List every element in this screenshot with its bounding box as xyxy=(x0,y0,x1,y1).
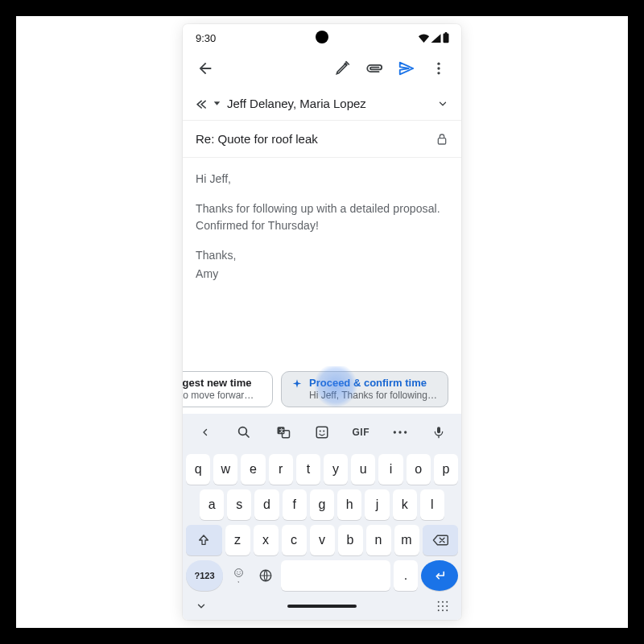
svg-point-4 xyxy=(437,72,440,74)
recipient-names: Jeff Delaney, Maria Lopez xyxy=(227,97,431,110)
svg-point-2 xyxy=(437,63,440,65)
key-row-2: a s d f g h j k l xyxy=(186,489,458,520)
send-button[interactable] xyxy=(390,52,423,85)
battery-icon xyxy=(442,32,450,43)
key-h[interactable]: h xyxy=(337,489,361,520)
overflow-menu-button[interactable] xyxy=(423,52,455,85)
key-x[interactable]: x xyxy=(254,525,279,555)
reply-all-icon xyxy=(196,98,221,109)
svg-point-11 xyxy=(320,430,321,431)
app-bar xyxy=(183,48,461,89)
svg-point-21 xyxy=(438,601,440,603)
body-paragraph: Thanks for following up with a detailed … xyxy=(196,200,448,234)
key-enter[interactable] xyxy=(421,560,458,591)
key-shift[interactable] xyxy=(186,525,222,555)
svg-point-27 xyxy=(438,609,440,611)
chip-subtitle: Hi Jeff, Thanks for following up.… xyxy=(309,390,438,402)
smart-reply-bar: Suggest new time …e to move forwar… Proc… xyxy=(183,366,461,414)
svg-point-3 xyxy=(437,67,440,69)
key-s[interactable]: s xyxy=(227,489,251,520)
recipients-row[interactable]: Jeff Delaney, Maria Lopez xyxy=(183,89,461,121)
svg-point-19 xyxy=(239,572,240,572)
body-closing: Thanks, xyxy=(196,247,448,264)
svg-point-24 xyxy=(438,605,440,607)
voice-input-icon[interactable] xyxy=(425,419,452,446)
svg-rect-10 xyxy=(316,427,328,438)
back-button[interactable] xyxy=(189,52,221,85)
translate-icon[interactable]: 文 xyxy=(270,419,297,446)
key-i[interactable]: i xyxy=(378,454,402,485)
smart-reply-suggest-time[interactable]: Suggest new time …e to move forwar… xyxy=(183,371,273,407)
key-space[interactable] xyxy=(281,560,390,591)
subject-row[interactable]: Re: Quote for roof leak xyxy=(183,121,461,158)
key-r[interactable]: r xyxy=(269,454,293,485)
svg-point-14 xyxy=(398,431,401,433)
key-u[interactable]: u xyxy=(351,454,375,485)
wifi-icon xyxy=(418,33,430,43)
svg-rect-16 xyxy=(437,427,440,433)
status-time: 9:30 xyxy=(196,32,216,44)
key-w[interactable]: w xyxy=(213,454,237,485)
key-b[interactable]: b xyxy=(338,525,363,555)
svg-rect-5 xyxy=(438,138,445,143)
subject-text: Re: Quote for roof leak xyxy=(196,132,318,146)
key-symbols[interactable]: ?123 xyxy=(186,560,223,591)
smart-reply-proceed-confirm[interactable]: Proceed & confirm time Hi Jeff, Thanks f… xyxy=(281,371,448,407)
email-body[interactable]: Hi Jeff, Thanks for following up with a … xyxy=(183,158,461,366)
key-j[interactable]: j xyxy=(365,489,389,520)
key-backspace[interactable] xyxy=(423,525,459,555)
svg-point-13 xyxy=(393,431,395,433)
attach-button[interactable] xyxy=(358,52,390,85)
key-row-1: q w e r t y u i o p xyxy=(186,454,458,485)
home-handle[interactable] xyxy=(287,605,357,608)
search-icon[interactable] xyxy=(230,419,258,446)
key-k[interactable]: k xyxy=(393,489,417,520)
key-c[interactable]: c xyxy=(282,525,307,555)
more-icon[interactable] xyxy=(386,419,414,446)
chip-title: Proceed & confirm time xyxy=(309,377,438,390)
key-period[interactable]: . xyxy=(394,560,418,591)
keyboard: q w e r t y u i o p a s d f g h j k l z … xyxy=(183,451,461,596)
svg-point-29 xyxy=(446,609,448,611)
svg-rect-0 xyxy=(444,33,449,43)
key-emoji[interactable]: , xyxy=(226,560,250,591)
keyboard-collapse-button[interactable] xyxy=(192,419,219,446)
key-language[interactable] xyxy=(254,560,278,591)
key-d[interactable]: d xyxy=(254,489,279,520)
keyboard-toolbar: 文 GIF xyxy=(183,414,461,451)
gif-button[interactable]: GIF xyxy=(347,419,374,446)
key-e[interactable]: e xyxy=(241,454,265,485)
sparkle-icon xyxy=(291,378,303,390)
svg-text:文: 文 xyxy=(278,427,283,433)
svg-point-26 xyxy=(446,605,448,607)
magic-compose-button[interactable] xyxy=(326,52,358,85)
key-a[interactable]: a xyxy=(200,489,224,520)
key-y[interactable]: y xyxy=(324,454,348,485)
key-g[interactable]: g xyxy=(310,489,334,520)
sticker-icon[interactable] xyxy=(308,419,336,446)
key-l[interactable]: l xyxy=(420,489,444,520)
body-signature: Amy xyxy=(196,266,448,283)
phone-frame: 9:30 xyxy=(183,24,461,620)
svg-point-28 xyxy=(442,609,444,611)
key-m[interactable]: m xyxy=(394,525,419,555)
key-t[interactable]: t xyxy=(296,454,320,485)
nav-bar xyxy=(183,596,461,620)
key-f[interactable]: f xyxy=(283,489,307,520)
lock-icon xyxy=(436,133,448,146)
cellular-icon xyxy=(430,33,442,43)
key-n[interactable]: n xyxy=(366,525,391,555)
key-z[interactable]: z xyxy=(225,525,250,555)
keyboard-grid-icon[interactable] xyxy=(437,601,448,612)
chip-title: Suggest new time xyxy=(183,377,254,390)
expand-recipients-icon[interactable] xyxy=(437,98,448,109)
svg-point-23 xyxy=(446,601,448,603)
svg-point-25 xyxy=(442,605,444,607)
key-p[interactable]: p xyxy=(434,454,458,485)
key-q[interactable]: q xyxy=(186,454,210,485)
key-o[interactable]: o xyxy=(407,454,431,485)
key-v[interactable]: v xyxy=(310,525,335,555)
keyboard-hide-icon[interactable] xyxy=(196,601,207,612)
body-greeting: Hi Jeff, xyxy=(196,171,448,188)
svg-point-22 xyxy=(442,601,444,603)
